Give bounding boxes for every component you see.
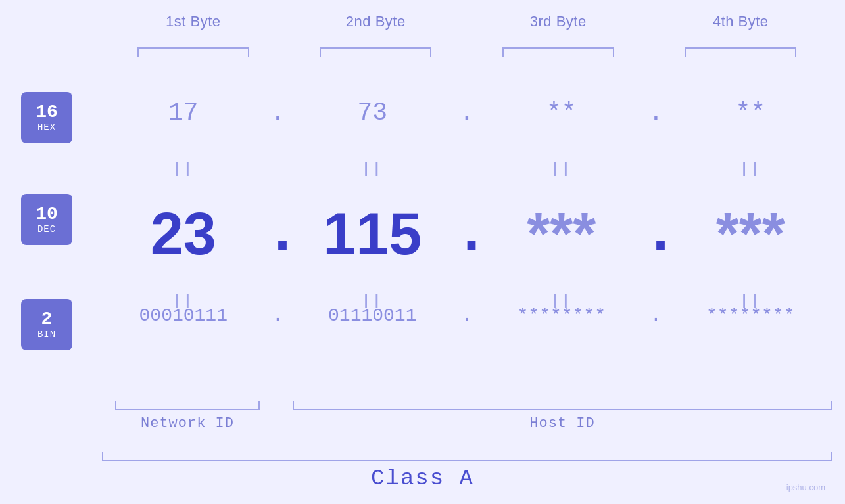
- bracket-1: [102, 47, 285, 57]
- dec-byte-4: ***: [669, 204, 833, 263]
- byte-labels-row: 1st Byte 2nd Byte 3rd Byte 4th Byte: [102, 13, 832, 30]
- hex-row: 17 . 73 . ** . **: [102, 99, 832, 127]
- dec-sep-2: .: [454, 200, 480, 267]
- byte-label-4: 4th Byte: [650, 13, 833, 30]
- host-label: Host ID: [529, 415, 594, 432]
- hex-sep-1: .: [265, 99, 291, 127]
- bin-byte-3: ********: [480, 306, 643, 326]
- full-bottom-bracket: [102, 452, 832, 461]
- watermark: ipshu.com: [786, 482, 825, 492]
- bottom-brackets: Network ID Host ID: [102, 401, 832, 432]
- dec-sep-1: .: [265, 200, 291, 267]
- dec-byte-3: ***: [480, 204, 643, 263]
- hex-badge: 16 HEX: [21, 92, 72, 143]
- eq-cell-3: ||: [480, 161, 643, 177]
- hex-byte-1: 17: [102, 99, 265, 127]
- dec-num: 10: [36, 204, 58, 225]
- eq-row-1: || || || ||: [102, 161, 832, 177]
- bin-sep-3: .: [643, 306, 669, 326]
- eq-cell-2: ||: [291, 161, 454, 177]
- main-container: 1st Byte 2nd Byte 3rd Byte 4th Byte 16 H…: [0, 0, 845, 504]
- hex-byte-3: **: [480, 99, 643, 127]
- dec-name: DEC: [37, 224, 56, 235]
- dec-sep-3: .: [643, 200, 669, 267]
- bracket-inner-1: [137, 47, 249, 57]
- network-bracket-line: [115, 401, 260, 410]
- hex-sep-2: .: [454, 99, 480, 127]
- bracket-3: [467, 47, 650, 57]
- bracket-2: [285, 47, 468, 57]
- byte-label-2: 2nd Byte: [285, 13, 468, 30]
- bin-row: 00010111 . 01110011 . ******** . *******…: [102, 306, 832, 326]
- hex-name: HEX: [37, 122, 56, 133]
- bracket-4: [650, 47, 833, 57]
- bin-byte-2: 01110011: [291, 306, 454, 326]
- eq-cell-4: ||: [669, 161, 833, 177]
- bin-name: BIN: [37, 329, 56, 340]
- hex-byte-2: 73: [291, 99, 454, 127]
- dec-byte-2: 115: [291, 204, 454, 263]
- dec-row: 23 . 115 . *** . ***: [102, 200, 832, 267]
- network-bracket: Network ID: [102, 401, 273, 432]
- bracket-inner-2: [320, 47, 431, 57]
- dec-byte-1: 23: [102, 204, 265, 263]
- bin-byte-4: ********: [669, 306, 833, 326]
- bin-byte-1: 00010111: [102, 306, 265, 326]
- byte-label-3: 3rd Byte: [467, 13, 650, 30]
- bin-sep-2: .: [454, 306, 480, 326]
- top-brackets: [102, 47, 832, 57]
- host-bracket-line: [293, 401, 832, 410]
- bracket-inner-4: [685, 47, 796, 57]
- hex-num: 16: [36, 103, 58, 123]
- class-label: Class A: [0, 466, 845, 491]
- host-bracket: Host ID: [293, 401, 832, 432]
- byte-label-1: 1st Byte: [102, 13, 285, 30]
- dec-badge: 10 DEC: [21, 194, 72, 245]
- bin-num: 2: [41, 309, 53, 330]
- network-label: Network ID: [141, 415, 234, 432]
- hex-sep-3: .: [643, 99, 669, 127]
- bin-sep-1: .: [265, 306, 291, 326]
- bracket-inner-3: [502, 47, 614, 57]
- bin-badge: 2 BIN: [21, 299, 72, 350]
- eq-cell-1: ||: [102, 161, 265, 177]
- hex-byte-4: **: [669, 99, 833, 127]
